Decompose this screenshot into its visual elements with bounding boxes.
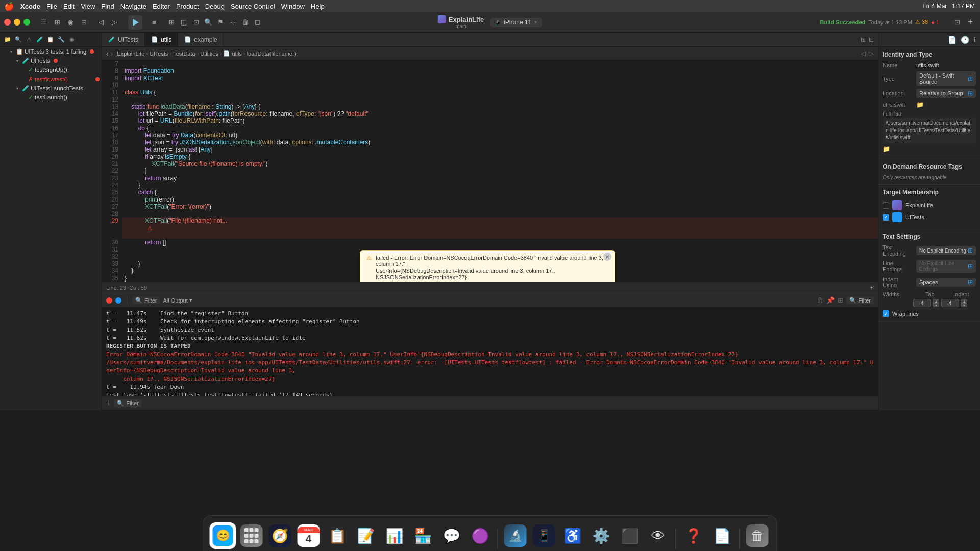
inspector-icon-2[interactable]: 🕐 — [961, 36, 969, 44]
editor-split-icon[interactable]: ⊞ — [861, 36, 866, 43]
bc-utils[interactable]: 📄 utils — [223, 50, 242, 57]
sidebar-icon-6[interactable]: 🔧 — [57, 35, 66, 44]
menu-navigate[interactable]: Navigate — [120, 3, 146, 10]
menu-file[interactable]: File — [46, 3, 57, 10]
apple-menu[interactable]: 🍎 — [4, 2, 14, 11]
inspector-toggle[interactable]: ⊡ — [951, 17, 963, 28]
path-browse-icon[interactable]: 📁 — [916, 101, 924, 108]
dock-simulator[interactable]: 📱 — [531, 522, 557, 549]
indent-width-input[interactable] — [941, 299, 959, 307]
bc-testdata[interactable]: TestData — [173, 51, 195, 57]
nav-icon-back[interactable]: ◁ — [861, 49, 866, 57]
sidebar-icon-1[interactable]: 📁 — [3, 35, 12, 44]
dock-finder[interactable]: 😊 — [210, 522, 236, 549]
sidebar-icon-3[interactable]: ⚠ — [24, 35, 34, 44]
tab-stepper[interactable]: ▲ ▼ — [933, 299, 939, 307]
dock-safari[interactable]: 🧭 — [267, 522, 293, 549]
tab-stepper-down[interactable]: ▼ — [933, 303, 939, 307]
uitests-checkbox[interactable]: ✓ — [883, 214, 889, 221]
dock-teams[interactable]: 🟣 — [467, 522, 494, 549]
dock-discord[interactable]: 💬 — [438, 522, 465, 549]
close-button[interactable] — [4, 19, 11, 26]
error-popup-close[interactable]: ✕ — [603, 253, 611, 261]
sidebar-icon-5[interactable]: 📋 — [46, 35, 55, 44]
filter-search[interactable]: 🔍 Filter — [114, 399, 141, 407]
tab-example[interactable]: 📄 example — [178, 33, 224, 46]
menu-debug[interactable]: Debug — [205, 3, 225, 10]
add-filter-icon[interactable]: + — [106, 398, 111, 408]
menu-find[interactable]: Find — [101, 3, 114, 10]
menu-editor[interactable]: Editor — [153, 3, 170, 10]
explainlife-checkbox[interactable] — [883, 202, 889, 209]
output-pin-icon[interactable]: 📌 — [826, 296, 835, 304]
toolbar-icon-4[interactable]: 🔍 — [203, 17, 214, 28]
menu-edit[interactable]: Edit — [63, 3, 75, 10]
sidebar-item-launch-tests[interactable]: ▾ 🧪 UITestsLaunchTests — [0, 84, 102, 93]
menu-view[interactable]: View — [81, 3, 95, 10]
indent-dropdown[interactable]: Spaces ⊞ — [916, 278, 976, 287]
nav-back-icon[interactable]: ◁ — [95, 17, 107, 28]
menu-source-control[interactable]: Source Control — [231, 3, 275, 10]
tab-width-input[interactable] — [913, 299, 931, 307]
filter-box-right[interactable]: 🔍 Filter — [846, 296, 874, 304]
sidebar-item-uitests-group[interactable]: ▾ 📋 UITests 3 tests, 1 failing — [0, 47, 102, 56]
add-tab-button[interactable]: + — [965, 17, 976, 28]
output-clear-icon[interactable]: 🗑 — [817, 296, 823, 304]
sidebar-item-uitests-child[interactable]: ▾ 🧪 UITests — [0, 56, 102, 65]
dock-instruments[interactable]: 🔬 — [502, 522, 529, 549]
line-endings-dropdown[interactable]: No Explicit Line Endings ⊞ — [916, 260, 976, 273]
sidebar-icon-4[interactable]: 🧪 — [35, 35, 44, 44]
type-dropdown[interactable]: Default - Swift Source ⊞ — [916, 71, 976, 86]
nav-icon-fwd[interactable]: ▷ — [869, 49, 874, 57]
location-dropdown[interactable]: Relative to Group ⊞ — [916, 89, 976, 98]
stop-button[interactable]: ■ — [149, 17, 160, 28]
dock-calendar[interactable]: MAR 4 — [296, 522, 322, 549]
dock-preview[interactable]: 👁 — [645, 522, 672, 549]
text-encoding-dropdown[interactable]: No Explicit Encoding ⊞ — [916, 246, 976, 255]
toolbar-icon-3[interactable]: ⊡ — [190, 17, 202, 28]
menu-xcode[interactable]: Xcode — [20, 3, 40, 10]
dock-terminal[interactable]: ⬛ — [617, 522, 643, 549]
dock-sysprefs[interactable]: ⚙️ — [588, 522, 615, 549]
toolbar-icon-5[interactable]: ⚑ — [215, 17, 226, 28]
layout-icon[interactable]: ⊞ — [52, 17, 63, 28]
tab-stepper-up[interactable]: ▲ — [933, 299, 939, 303]
dock-launchpad[interactable] — [238, 522, 265, 549]
breakpoints-icon[interactable]: ◉ — [65, 17, 76, 28]
sidebar-item-testflowtest[interactable]: ▸ ✗ testflowtest() — [0, 74, 102, 84]
dock-help[interactable]: ❓ — [680, 522, 707, 549]
sidebar-icon-2[interactable]: 🔍 — [14, 35, 23, 44]
dock-trash[interactable]: 🗑 — [744, 522, 771, 549]
output-expand-icon[interactable]: ⊞ — [838, 296, 843, 304]
sidebar-toggle-icon[interactable]: ☰ — [38, 17, 50, 28]
minimize-button[interactable] — [14, 19, 20, 26]
menu-window[interactable]: Window — [281, 3, 305, 10]
toolbar-icon-8[interactable]: ◻ — [252, 17, 263, 28]
code-editor[interactable]: 7 8 import Foundation 9 import XCTest 10… — [102, 60, 878, 282]
status-icon-1[interactable]: ⊞ — [869, 284, 874, 291]
indent-stepper-up[interactable]: ▲ — [961, 299, 967, 303]
inspector-icon-3[interactable]: ℹ — [973, 36, 976, 44]
inspector-icon-1[interactable]: 📄 — [948, 36, 957, 44]
wrap-lines-checkbox[interactable]: ✓ — [883, 310, 889, 317]
variables-icon[interactable]: ⊟ — [78, 17, 89, 28]
dock-reminders[interactable]: 📋 — [324, 522, 351, 549]
sidebar-item-testlaunch[interactable]: ▸ ✓ testLaunch() — [0, 93, 102, 102]
tab-uitests[interactable]: 🧪 UITests — [102, 33, 145, 46]
toolbar-icon-1[interactable]: ⊞ — [166, 17, 177, 28]
filter-box-left[interactable]: 🔍 Filter — [132, 296, 160, 304]
nav-forward-icon[interactable]: ▷ — [109, 17, 120, 28]
bc-explainlife[interactable]: ExplainLife — [117, 51, 144, 57]
toolbar-icon-6[interactable]: ⊹ — [227, 17, 238, 28]
output-dot-blue[interactable] — [115, 297, 121, 304]
run-button[interactable] — [128, 15, 142, 30]
editor-layout-icon[interactable]: ⊟ — [869, 36, 874, 43]
toolbar-icon-2[interactable]: ◫ — [178, 17, 189, 28]
bc-func[interactable]: loadData(filename:) — [247, 51, 296, 57]
bc-uitests[interactable]: UITests — [150, 51, 168, 57]
toolbar-icon-7[interactable]: 🗑 — [239, 17, 251, 28]
menu-help[interactable]: Help — [311, 3, 325, 10]
device-selector[interactable]: 📱 iPhone 11 ▼ — [490, 18, 542, 27]
indent-stepper-down[interactable]: ▼ — [961, 303, 967, 307]
dock-accessibility[interactable]: ♿ — [559, 522, 586, 549]
